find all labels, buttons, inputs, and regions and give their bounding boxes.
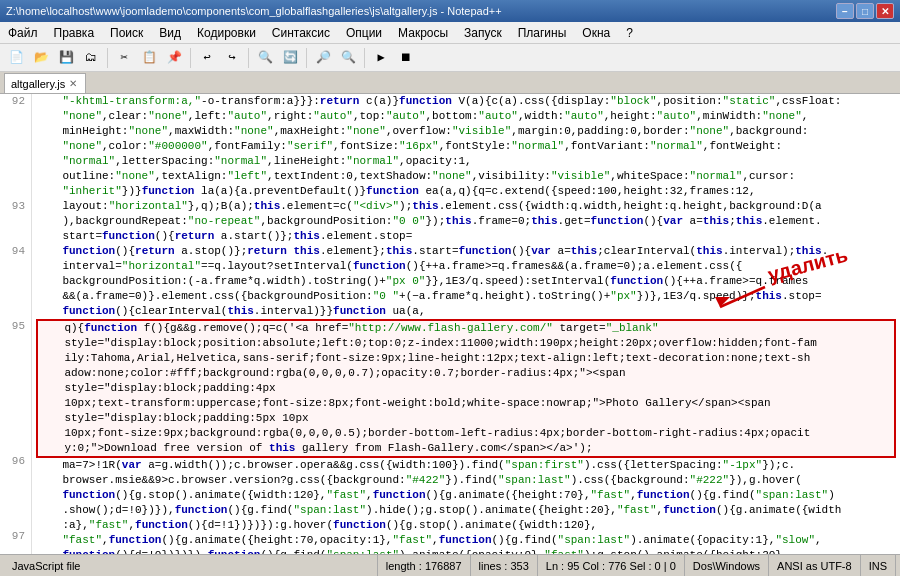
file-type-status: JavaScript file xyxy=(4,555,378,576)
menu-bar: ФайлПравкаПоискВидКодировкиСинтаксисОпци… xyxy=(0,22,900,44)
save-button[interactable]: 💾 xyxy=(54,46,78,70)
line-ending-status: Dos\Windows xyxy=(685,555,769,576)
app-window: Z:\home\localhost\www\joomlademo\compone… xyxy=(0,0,900,576)
tab-altgallery[interactable]: altgallery.js ✕ xyxy=(4,73,86,93)
code-line: function(){d=!0})})}),function(){g.find(… xyxy=(36,548,896,554)
line-number xyxy=(6,394,25,409)
line-number xyxy=(6,379,25,394)
toolbar-sep-1 xyxy=(107,48,108,68)
code-line: "-khtml-transform:a,"-o-transform:a}}}:r… xyxy=(36,94,896,109)
zoom-in-button[interactable]: 🔎 xyxy=(311,46,335,70)
length-status: length : 176887 xyxy=(378,555,471,576)
save-all-button[interactable]: 🗂 xyxy=(79,46,103,70)
code-line: "none",color:"#000000",fontFamily:"serif… xyxy=(36,139,896,154)
code-line: start=function(){return a.start()};this.… xyxy=(36,229,896,244)
line-number xyxy=(6,139,25,154)
cursor-status: Ln : 95 Col : 776 Sel : 0 | 0 xyxy=(538,555,685,576)
cut-button[interactable]: ✂ xyxy=(112,46,136,70)
line-number xyxy=(6,334,25,349)
menu-item-правка[interactable]: Правка xyxy=(46,24,103,42)
code-line: function(){return a.stop()};return this.… xyxy=(36,244,896,259)
line-number xyxy=(6,109,25,124)
line-number: 96 xyxy=(6,454,25,469)
code-line: y:0;">Download free version of this gall… xyxy=(36,441,896,458)
code-line: outline:"none",textAlign:"left",textInde… xyxy=(36,169,896,184)
code-line: adow:none;color:#fff;background:rgba(0,0… xyxy=(36,366,896,381)
line-number xyxy=(6,214,25,229)
copy-button[interactable]: 📋 xyxy=(137,46,161,70)
line-number: 97 xyxy=(6,529,25,544)
run-button[interactable]: ▶ xyxy=(369,46,393,70)
code-line: "normal",letterSpacing:"normal",lineHeig… xyxy=(36,154,896,169)
menu-item-плагины[interactable]: Плагины xyxy=(510,24,575,42)
code-line: ),backgroundRepeat:"no-repeat",backgroun… xyxy=(36,214,896,229)
menu-item-вид[interactable]: Вид xyxy=(151,24,189,42)
menu-item-синтаксис[interactable]: Синтаксис xyxy=(264,24,338,42)
paste-button[interactable]: 📌 xyxy=(162,46,186,70)
code-line: style="display:block;padding:4px xyxy=(36,381,896,396)
tab-close-button[interactable]: ✕ xyxy=(69,78,77,89)
code-line: browser.msie&&9>c.browser.version?g.css(… xyxy=(36,473,896,488)
menu-item-кодировки[interactable]: Кодировки xyxy=(189,24,264,42)
line-number xyxy=(6,169,25,184)
code-line: "none",clear:"none",left:"auto",right:"a… xyxy=(36,109,896,124)
menu-item-запуск[interactable]: Запуск xyxy=(456,24,510,42)
maximize-button[interactable]: □ xyxy=(856,3,874,19)
code-line: ily:Tahoma,Arial,Helvetica,sans-serif;fo… xyxy=(36,351,896,366)
editor-container: 929394959697 "-khtml-transform:a,"-o-tra… xyxy=(0,94,900,554)
code-line: "inherit"})}function la(a){a.preventDefa… xyxy=(36,184,896,199)
code-line: function(){g.stop().animate({width:120},… xyxy=(36,488,896,503)
line-number: 93 xyxy=(6,199,25,214)
line-number xyxy=(6,184,25,199)
menu-item-опции[interactable]: Опции xyxy=(338,24,390,42)
line-number xyxy=(6,229,25,244)
toolbar-sep-4 xyxy=(306,48,307,68)
line-number xyxy=(6,514,25,529)
line-number: 92 xyxy=(6,94,25,109)
line-number xyxy=(6,274,25,289)
line-number xyxy=(6,544,25,554)
menu-item-файл[interactable]: Файл xyxy=(0,24,46,42)
stop-button[interactable]: ⏹ xyxy=(394,46,418,70)
line-number xyxy=(6,259,25,274)
line-number xyxy=(6,409,25,424)
code-line: 10px;text-transform:uppercase;font-size:… xyxy=(36,396,896,411)
toolbar-sep-5 xyxy=(364,48,365,68)
find-button[interactable]: 🔍 xyxy=(253,46,277,70)
encoding-status: ANSI as UTF-8 xyxy=(769,555,861,576)
zoom-out-button[interactable]: 🔍 xyxy=(336,46,360,70)
mode-status: INS xyxy=(861,555,896,576)
menu-item-поиск[interactable]: Поиск xyxy=(102,24,151,42)
line-number xyxy=(6,364,25,379)
line-number xyxy=(6,304,25,319)
line-number xyxy=(6,469,25,484)
redo-button[interactable]: ↪ xyxy=(220,46,244,70)
code-line: .show();d=!0})}),function(){g.find("span… xyxy=(36,503,896,518)
toolbar-sep-2 xyxy=(190,48,191,68)
code-line: style="display:block;position:absolute;l… xyxy=(36,336,896,351)
toolbar-sep-3 xyxy=(248,48,249,68)
code-line: minHeight:"none",maxWidth:"none",maxHeig… xyxy=(36,124,896,139)
code-line: ma=7>!1R(var a=g.width());c.browser.oper… xyxy=(36,458,896,473)
replace-button[interactable]: 🔄 xyxy=(278,46,302,70)
code-line: backgroundPosition:(-a.frame*q.width).to… xyxy=(36,274,896,289)
undo-button[interactable]: ↩ xyxy=(195,46,219,70)
title-bar-controls: − □ ✕ xyxy=(836,3,894,19)
new-button[interactable]: 📄 xyxy=(4,46,28,70)
code-line: layout:"horizontal"},q);B(a);this.elemen… xyxy=(36,199,896,214)
tab-bar: altgallery.js ✕ xyxy=(0,72,900,94)
menu-item-?[interactable]: ? xyxy=(618,24,641,42)
code-area[interactable]: "-khtml-transform:a,"-o-transform:a}}}:r… xyxy=(32,94,900,554)
line-number: 94 xyxy=(6,244,25,259)
line-number xyxy=(6,484,25,499)
open-button[interactable]: 📂 xyxy=(29,46,53,70)
code-line: :a},"fast",function(){d=!1})})}):g.hover… xyxy=(36,518,896,533)
code-line: 10px;font-size:9px;background:rgba(0,0,0… xyxy=(36,426,896,441)
menu-item-макросы[interactable]: Макросы xyxy=(390,24,456,42)
line-number xyxy=(6,124,25,139)
minimize-button[interactable]: − xyxy=(836,3,854,19)
line-number xyxy=(6,154,25,169)
code-line: function(){clearInterval(this.interval)}… xyxy=(36,304,896,319)
close-button[interactable]: ✕ xyxy=(876,3,894,19)
menu-item-окна[interactable]: Окна xyxy=(574,24,618,42)
